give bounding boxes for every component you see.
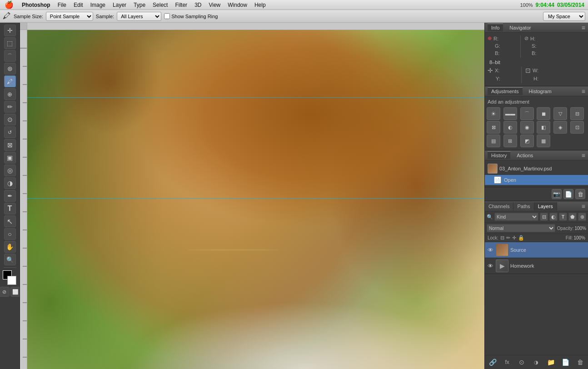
kind-filter-select[interactable]: Kind — [494, 213, 538, 221]
add-mask-btn[interactable]: ⊙ — [517, 357, 527, 367]
zoom-tool[interactable]: 🔍 — [4, 254, 16, 265]
history-new-snapshot-btn[interactable]: 📷 — [552, 189, 562, 199]
photo-canvas[interactable] — [27, 30, 484, 369]
quick-select-tool[interactable]: ⊛ — [4, 63, 16, 75]
eyedropper-options-icon: 🖍 — [3, 11, 11, 21]
menu-type[interactable]: Type — [130, 2, 149, 8]
direct-select-tool[interactable]: ↖ — [4, 215, 16, 227]
adj-vibrance-btn[interactable]: ▽ — [553, 107, 567, 120]
new-adj-layer-btn[interactable]: ◑ — [531, 357, 541, 367]
history-item-open[interactable]: 📄 Open — [485, 175, 588, 185]
quick-mask-tool[interactable]: ⊘ — [0, 287, 10, 297]
brush-tool[interactable]: ✏ — [4, 101, 16, 113]
pen-tool[interactable]: ✒ — [4, 190, 16, 202]
opacity-value[interactable]: 100% — [574, 226, 586, 231]
eyedropper-tool[interactable]: 🖍 — [4, 75, 16, 87]
adj-huesat-btn[interactable]: ⊟ — [570, 107, 584, 120]
layer-vis-homework[interactable]: 👁 — [487, 263, 494, 269]
text-tool[interactable]: T — [4, 203, 16, 214]
tab-layers[interactable]: Layers — [534, 202, 557, 210]
gradient-tool[interactable]: ▣ — [4, 152, 16, 164]
menu-help[interactable]: Help — [251, 2, 269, 8]
menu-edit[interactable]: Edit — [70, 2, 87, 8]
dodge-tool[interactable]: ◑ — [4, 177, 16, 189]
layer-vis-source[interactable]: 👁 — [487, 247, 494, 254]
history-brush-tool[interactable]: ↺ — [4, 126, 16, 138]
menu-layer[interactable]: Layer — [109, 2, 130, 8]
tab-history[interactable]: History — [488, 151, 510, 159]
menu-window[interactable]: Window — [224, 2, 251, 8]
adj-posterize-btn[interactable]: ▤ — [487, 135, 500, 147]
new-layer-btn[interactable]: 📄 — [561, 357, 571, 367]
adj-colorbal-btn[interactable]: ⊠ — [487, 121, 500, 134]
adjustments-panel-menu[interactable]: ≡ — [582, 88, 585, 95]
menu-file[interactable]: File — [54, 2, 70, 8]
change-screen-mode[interactable]: ⬜ — [10, 287, 20, 297]
link-layers-btn[interactable]: 🔗 — [488, 357, 498, 367]
lock-all-btn[interactable]: 🔒 — [518, 235, 524, 241]
spot-heal-tool[interactable]: ⊕ — [4, 88, 16, 100]
adj-levels-btn[interactable]: ▬▬ — [503, 107, 517, 120]
lock-position-btn[interactable]: ✛ — [512, 235, 516, 241]
adj-gradmap-btn[interactable]: ▦ — [537, 135, 550, 147]
blur-tool[interactable]: ◎ — [4, 165, 16, 176]
sample-size-select[interactable]: Point Sample 3 by 3 Average 5 by 5 Avera… — [46, 12, 93, 21]
tab-info[interactable]: Info — [488, 24, 503, 31]
sample-select[interactable]: All Layers Current Layer — [117, 12, 161, 21]
tab-histogram[interactable]: Histogram — [525, 88, 555, 95]
fill-value[interactable]: 100% — [573, 235, 585, 240]
clone-tool[interactable]: ⊙ — [4, 114, 16, 125]
layer-filter-pixel-btn[interactable]: ⊟ — [540, 213, 548, 221]
move-tool[interactable]: ✛ — [4, 25, 16, 36]
tab-channels[interactable]: Channels — [485, 202, 513, 210]
delete-layer-btn[interactable]: 🗑 — [575, 357, 585, 367]
menu-filter[interactable]: Filter — [171, 2, 191, 8]
history-delete-btn[interactable]: 🗑 — [575, 189, 585, 199]
layers-panel-menu[interactable]: ≡ — [582, 203, 588, 210]
hand-tool[interactable]: ✋ — [4, 241, 16, 253]
adj-brightness-btn[interactable]: ☀ — [487, 107, 500, 120]
eraser-tool[interactable]: ⊠ — [4, 139, 16, 151]
sampling-ring-checkbox[interactable] — [164, 13, 170, 19]
history-new-doc-btn[interactable]: 📄 — [563, 189, 573, 199]
layer-filter-shape-btn[interactable]: ⬟ — [568, 213, 577, 221]
tab-adjustments[interactable]: Adjustments — [488, 87, 523, 95]
layer-filter-smart-btn[interactable]: ⊕ — [578, 213, 586, 221]
blend-mode-select[interactable]: Normal Multiply Screen — [487, 224, 555, 232]
tab-paths[interactable]: Paths — [513, 202, 534, 210]
tab-navigator[interactable]: Navigator — [506, 24, 534, 31]
adj-threshold-btn[interactable]: ⊞ — [503, 135, 517, 147]
layer-row-source[interactable]: 👁 Source — [485, 242, 588, 258]
layer-filter-text-btn[interactable]: T — [559, 213, 567, 221]
workspace-select[interactable]: My Space — [543, 12, 585, 21]
menu-view[interactable]: View — [205, 2, 224, 8]
adj-colorlookup-btn[interactable]: ◈ — [553, 121, 567, 134]
fg-bg-color-swatch[interactable] — [3, 270, 17, 285]
history-panel-menu[interactable]: ≡ — [582, 152, 585, 159]
canvas-area[interactable]: 90 110 130 150 170 190 210 230 250 270 2… — [20, 23, 484, 369]
tab-actions[interactable]: Actions — [513, 152, 537, 159]
adj-exposure-btn[interactable]: ◼ — [537, 107, 550, 120]
add-layer-style-btn[interactable]: fx — [502, 357, 512, 367]
adj-curves-btn[interactable]: ⌒ — [520, 107, 534, 120]
ellipse-tool[interactable]: ○ — [4, 228, 16, 240]
menu-3d[interactable]: 3D — [191, 2, 205, 8]
adj-bw-btn[interactable]: ◐ — [503, 121, 517, 134]
adj-invert-btn[interactable]: ⊡ — [570, 121, 584, 134]
apple-menu[interactable]: 🍎 — [0, 0, 18, 9]
layer-row-homework[interactable]: 👁 ▶ Homework — [485, 258, 588, 274]
new-group-btn[interactable]: 📁 — [546, 357, 556, 367]
history-file-row[interactable]: 03_Anton_Martinov.psd — [485, 162, 588, 175]
menu-select[interactable]: Select — [149, 2, 171, 8]
marquee-tool[interactable]: ⬚ — [4, 37, 16, 49]
adj-selcolor-btn[interactable]: ◩ — [520, 135, 534, 147]
background-color[interactable] — [7, 276, 16, 285]
adj-photofilter-btn[interactable]: ◉ — [520, 121, 534, 134]
layer-filter-adj-btn[interactable]: ◐ — [549, 213, 558, 221]
menu-image[interactable]: Image — [87, 2, 109, 8]
info-panel-menu[interactable]: ≡ — [582, 24, 585, 31]
lock-image-btn[interactable]: ✏ — [506, 235, 510, 241]
adj-channelmix-btn[interactable]: ◧ — [537, 121, 550, 134]
lock-transparent-btn[interactable]: ⊟ — [500, 235, 504, 241]
lasso-tool[interactable]: ⌒ — [4, 50, 16, 62]
